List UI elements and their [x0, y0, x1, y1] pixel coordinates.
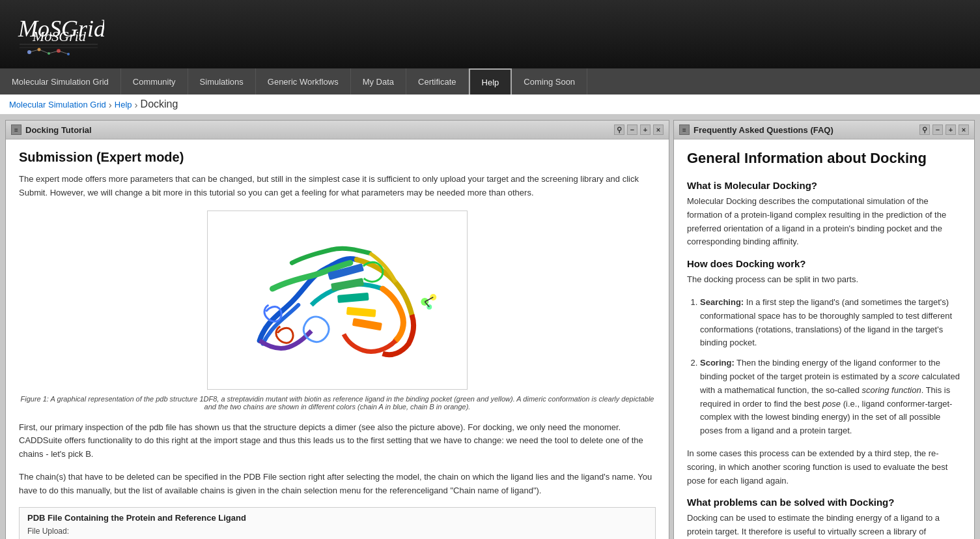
section-title: Submission (Expert mode) — [19, 150, 656, 165]
right-panel-icon: ≡ — [679, 124, 690, 135]
faq-section-title-0: What is Molecular Docking? — [687, 180, 961, 191]
faq-list-item-scoring: Scoring: Then the binding energy of the … — [700, 357, 961, 438]
protein-image — [207, 211, 468, 390]
faq-text-2: Docking can be used to estimate the bind… — [687, 512, 961, 539]
nav-item-coming-soon[interactable]: Coming Soon — [512, 68, 587, 95]
faq-intro-1: The docking process can be split in two … — [687, 273, 961, 287]
right-panel-content: General Information about Docking What i… — [674, 139, 974, 539]
faq-searching-bold: Searching: — [700, 297, 744, 307]
faq-section-title-2: What problems can be solved with Docking… — [687, 497, 961, 508]
right-panel: ≡ Frequently Asked Questions (FAQ) ⚲ − +… — [673, 120, 975, 539]
faq-list-item-searching: Searching: In a first step the ligand's … — [700, 296, 961, 350]
left-panel-content: Submission (Expert mode) The expert mode… — [6, 139, 669, 539]
right-panel-controls: ⚲ − + × — [919, 124, 969, 135]
faq-pose-italic: pose — [822, 399, 841, 409]
figure-caption: Figure 1: A graphical representation of … — [19, 395, 656, 411]
left-panel-close-btn[interactable]: × — [653, 124, 664, 135]
faq-scoring-function-italic: scoring function — [862, 385, 921, 395]
breadcrumb-link-home[interactable]: Molecular Simulation Grid — [9, 100, 106, 109]
nav-item-simulations[interactable]: Simulations — [188, 68, 256, 95]
breadcrumb-current: Docking — [141, 98, 178, 110]
right-panel-header: ≡ Frequently Asked Questions (FAQ) ⚲ − +… — [674, 121, 974, 139]
left-panel-icon: ≡ — [11, 124, 21, 135]
nav-item-community[interactable]: Community — [121, 68, 188, 95]
body-text-1: First, our primary inspection of the pdb… — [19, 421, 656, 461]
file-upload-label: File Upload: — [27, 527, 647, 536]
left-panel-pin-btn[interactable]: ⚲ — [614, 124, 624, 135]
left-panel: ≡ Docking Tutorial ⚲ − + × Submission (E… — [5, 120, 669, 539]
breadcrumb-sep-2: › — [135, 99, 138, 110]
breadcrumb-sep-1: › — [109, 99, 112, 110]
pdb-section: PDB File Containing the Protein and Refe… — [19, 507, 656, 539]
pdb-section-title: PDB File Containing the Protein and Refe… — [27, 513, 647, 523]
svg-line-11 — [59, 51, 68, 54]
nav-item-certificate[interactable]: Certificate — [406, 68, 469, 95]
faq-text-0: Molecular Docking describes the computat… — [687, 195, 961, 249]
svg-line-8 — [29, 50, 39, 52]
faq-score-italic: score — [899, 371, 919, 381]
svg-point-20 — [430, 294, 436, 300]
body-text-2: The chain(s) that have to be deleted can… — [19, 471, 656, 498]
breadcrumb-link-help[interactable]: Help — [115, 100, 132, 109]
header: MoSGrid MoSGrid — [0, 0, 980, 68]
faq-list: Searching: In a first step the ligand's … — [700, 296, 961, 438]
nav-item-my-data[interactable]: My Data — [351, 68, 406, 95]
right-panel-minimize-btn[interactable]: − — [932, 124, 943, 135]
mosgrid-logo: MoSGrid MoSGrid — [13, 5, 104, 64]
right-panel-title: Frequently Asked Questions (FAQ) — [693, 125, 916, 135]
intro-text: The expert mode offers more parameters t… — [19, 173, 656, 200]
right-panel-pin-btn[interactable]: ⚲ — [919, 124, 930, 135]
nav-item-help[interactable]: Help — [469, 68, 512, 95]
logo-area: MoSGrid MoSGrid — [13, 5, 104, 64]
left-panel-minimize-btn[interactable]: − — [627, 124, 637, 135]
svg-line-9 — [39, 50, 49, 53]
left-panel-header: ≡ Docking Tutorial ⚲ − + × — [6, 121, 669, 139]
right-panel-close-btn[interactable]: × — [959, 124, 969, 135]
breadcrumb: Molecular Simulation Grid › Help › Docki… — [0, 95, 980, 115]
faq-section-title-1: How does Docking work? — [687, 258, 961, 269]
svg-text:MoSGrid: MoSGrid — [18, 16, 104, 42]
left-panel-controls: ⚲ − + × — [614, 124, 664, 135]
left-panel-maximize-btn[interactable]: + — [640, 124, 651, 135]
right-panel-maximize-btn[interactable]: + — [945, 124, 956, 135]
faq-main-title: General Information about Docking — [687, 150, 961, 167]
protein-figure: Figure 1: A graphical representation of … — [19, 211, 656, 411]
left-panel-title: Docking Tutorial — [25, 125, 610, 135]
nav-item-generic-workflows[interactable]: Generic Workflows — [256, 68, 351, 95]
nav-item-molecular-simulation-grid[interactable]: Molecular Simulation Grid — [0, 68, 121, 95]
svg-line-10 — [49, 51, 59, 53]
faq-extra-text: In some cases this process can be extend… — [687, 447, 961, 488]
main-layout: ≡ Docking Tutorial ⚲ − + × Submission (E… — [0, 115, 980, 539]
faq-scoring-bold: Scoring: — [700, 358, 735, 368]
main-nav: Molecular Simulation Grid Community Simu… — [0, 68, 980, 95]
